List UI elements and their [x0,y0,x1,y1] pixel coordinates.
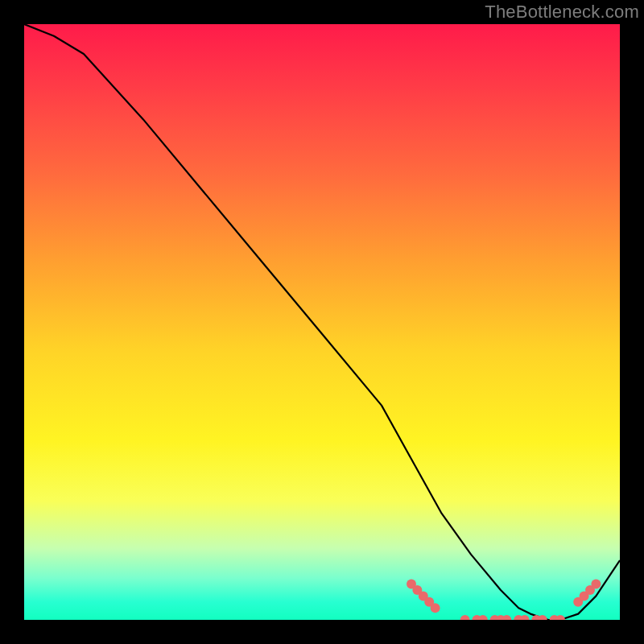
data-marker [460,615,470,620]
data-marker [550,615,559,620]
bottleneck-curve-line [24,24,620,620]
data-marker [573,597,583,607]
data-marker [502,615,511,620]
data-marker [478,615,488,620]
plot-area [24,24,620,620]
data-marker [520,615,530,620]
data-marker [555,615,565,620]
data-marker [514,615,523,620]
curve-svg [24,24,620,620]
data-marker [424,597,434,607]
data-marker [407,580,416,589]
data-marker [412,585,422,595]
data-marker [585,585,595,595]
chart-frame: TheBottleneck.com [0,0,644,644]
marker-group [407,580,601,620]
data-marker [419,591,428,601]
data-marker [496,615,506,620]
data-marker [490,615,500,620]
watermark-text: TheBottleneck.com [485,2,639,23]
data-marker [472,615,481,620]
data-marker [538,615,547,620]
data-marker [531,615,541,620]
data-marker [431,603,440,613]
data-marker [591,580,601,589]
data-marker [580,591,589,601]
